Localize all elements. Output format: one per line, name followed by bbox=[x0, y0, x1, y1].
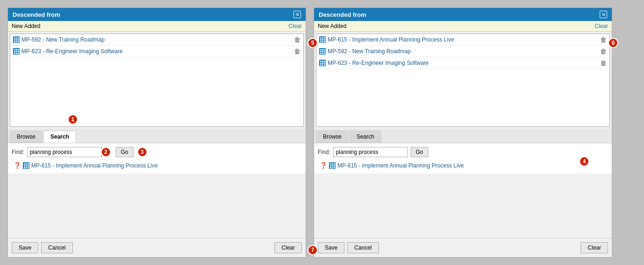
list-item: MP-592 - New Training Roadmap 🗑 bbox=[316, 46, 609, 57]
remove-icon[interactable]: 🗑 bbox=[600, 59, 607, 67]
close-button-left[interactable]: ✕ bbox=[294, 11, 301, 18]
find-label-left: Find: bbox=[12, 149, 24, 155]
grid-icon bbox=[13, 36, 20, 43]
result-row-right: ❓ MP-615 - Implement Annual Planning Pro… bbox=[318, 161, 608, 170]
remove-icon[interactable]: 🗑 bbox=[600, 48, 607, 55]
item-text: MP-623 - Re-Engineer Imaging Software bbox=[328, 60, 429, 66]
callout-3: 3 bbox=[137, 147, 147, 157]
result-link-left[interactable]: MP-615 - Implement Annual Planning Proce… bbox=[31, 162, 158, 169]
help-icon-right: ❓ bbox=[320, 162, 327, 169]
callout-6: 6 bbox=[608, 38, 618, 48]
new-added-label-right: New Added bbox=[318, 23, 346, 29]
grid-icon-result-right bbox=[329, 162, 336, 169]
callout-2: 2 bbox=[101, 147, 111, 157]
new-added-bar-right: New Added Clear bbox=[314, 21, 612, 32]
dialog-title-right: Descended from bbox=[319, 11, 366, 18]
remove-icon[interactable]: 🗑 bbox=[294, 36, 301, 43]
tabs-area-right: Browse Search bbox=[314, 129, 612, 143]
new-added-bar-left: New Added Clear bbox=[8, 21, 306, 32]
tab-search-left[interactable]: Search bbox=[43, 131, 76, 143]
titlebar-right: Descended from ✕ bbox=[314, 8, 612, 21]
go-button-right[interactable]: Go bbox=[411, 147, 428, 157]
result-link-right[interactable]: MP-615 - Implement Annual Planning Proce… bbox=[337, 162, 464, 169]
grid-icon bbox=[319, 36, 326, 43]
find-label-right: Find: bbox=[318, 149, 330, 155]
titlebar-left: Descended from ✕ bbox=[8, 8, 306, 21]
list-item: MP-592 - New Training Roadmap 🗑 bbox=[10, 34, 303, 46]
items-area-right: MP-615 - Implement Annual Planning Proce… bbox=[316, 34, 610, 127]
grid-icon bbox=[13, 48, 20, 55]
items-area-left: MP-592 - New Training Roadmap 🗑 MP-623 -… bbox=[10, 34, 304, 127]
tab-browse-left[interactable]: Browse bbox=[10, 131, 42, 143]
footer-right: Save Cancel Clear bbox=[314, 238, 612, 257]
find-input-left[interactable] bbox=[27, 147, 102, 157]
list-item: MP-623 - Re-Engineer Imaging Software 🗑 bbox=[316, 57, 609, 69]
dialog-title-left: Descended from bbox=[13, 11, 60, 18]
callout-7: 7 bbox=[308, 245, 318, 255]
new-added-label-left: New Added bbox=[12, 23, 40, 29]
item-text: MP-592 - New Training Roadmap bbox=[328, 48, 411, 55]
remove-icon[interactable]: 🗑 bbox=[600, 36, 607, 43]
callout-5: 5 bbox=[308, 38, 318, 48]
close-button-right[interactable]: ✕ bbox=[600, 11, 607, 18]
grid-icon bbox=[319, 60, 326, 66]
find-row-left: Find: 2 Go 3 bbox=[12, 147, 302, 157]
clear-footer-button-left[interactable]: Clear bbox=[274, 242, 302, 253]
tab-search-right[interactable]: Search bbox=[350, 131, 381, 143]
search-area-right: Find: Go ❓ MP-615 - Implement Annual Pla… bbox=[314, 143, 612, 174]
save-button-left[interactable]: Save bbox=[12, 242, 38, 253]
find-row-right: Find: Go bbox=[318, 147, 608, 157]
dialog-right: 5 6 7 4 Descended from ✕ New Added Clear… bbox=[314, 7, 612, 258]
clear-link-left[interactable]: Clear bbox=[288, 23, 302, 29]
item-text: MP-592 - New Training Roadmap bbox=[21, 36, 105, 43]
grid-icon-result-left bbox=[23, 162, 29, 169]
callout-1: 1 bbox=[68, 114, 78, 125]
tabs-area-left: Browse Search bbox=[8, 129, 306, 143]
save-button-right[interactable]: Save bbox=[318, 242, 344, 253]
find-input-right[interactable] bbox=[333, 147, 408, 157]
grid-icon bbox=[319, 48, 326, 55]
clear-footer-button-right[interactable]: Clear bbox=[581, 242, 608, 253]
remove-icon[interactable]: 🗑 bbox=[294, 48, 301, 55]
item-text: MP-623 - Re-Engineer Imaging Software bbox=[21, 48, 123, 55]
footer-left: Save Cancel Clear bbox=[8, 238, 306, 257]
go-button-left[interactable]: Go bbox=[116, 147, 133, 157]
list-item: MP-623 - Re-Engineer Imaging Software 🗑 bbox=[10, 46, 303, 57]
item-text: MP-615 - Implement Annual Planning Proce… bbox=[328, 36, 454, 43]
result-row-left: ❓ MP-615 - Implement Annual Planning Pro… bbox=[12, 161, 302, 170]
list-item: MP-615 - Implement Annual Planning Proce… bbox=[316, 34, 609, 46]
search-area-left: Find: 2 Go 3 ❓ MP-615 - Implement Annual… bbox=[8, 143, 306, 174]
dialog-left: Descended from ✕ New Added Clear MP-592 … bbox=[7, 7, 306, 258]
cancel-button-left[interactable]: Cancel bbox=[41, 242, 72, 253]
cancel-button-right[interactable]: Cancel bbox=[347, 242, 378, 253]
help-icon-left: ❓ bbox=[14, 162, 21, 169]
callout-4: 4 bbox=[579, 156, 589, 167]
tab-browse-right[interactable]: Browse bbox=[316, 131, 349, 143]
clear-link-right[interactable]: Clear bbox=[595, 23, 608, 29]
